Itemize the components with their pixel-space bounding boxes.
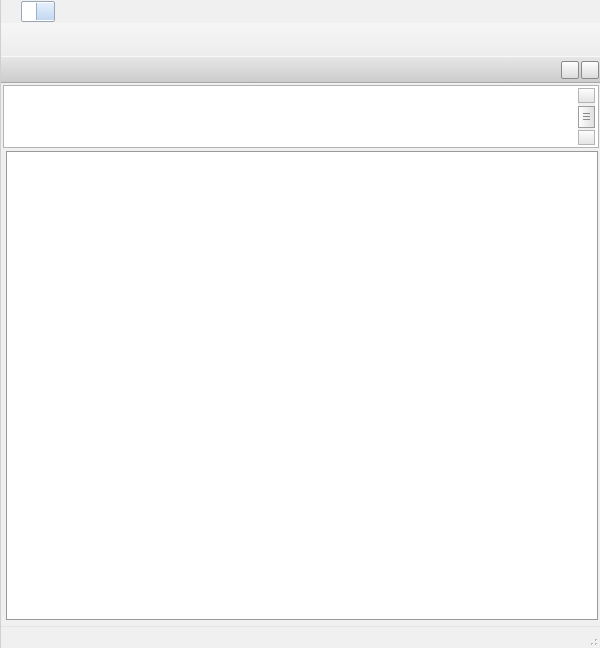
scrollbar-track-top[interactable] (578, 103, 595, 105)
viewer-mode-combobox[interactable] (21, 1, 55, 22)
resize-grip[interactable] (588, 636, 598, 646)
combo-dropdown-icon[interactable] (36, 3, 54, 20)
scrollbar-thumb[interactable] (578, 106, 595, 128)
legend-scrollbar[interactable] (578, 88, 595, 145)
scroll-down-icon[interactable] (578, 130, 595, 145)
waveform-plot-panel[interactable] (6, 151, 598, 620)
toolbar (1, 23, 600, 56)
scroll-up-icon[interactable] (578, 88, 595, 103)
menu-bar (1, 0, 600, 23)
status-bar (1, 626, 600, 648)
document-close-button[interactable] (581, 61, 599, 79)
document-collapse-button[interactable] (561, 61, 579, 79)
legend-panel (3, 85, 599, 148)
waveform-viewer-window (0, 0, 600, 648)
document-titlebar[interactable] (1, 56, 600, 83)
